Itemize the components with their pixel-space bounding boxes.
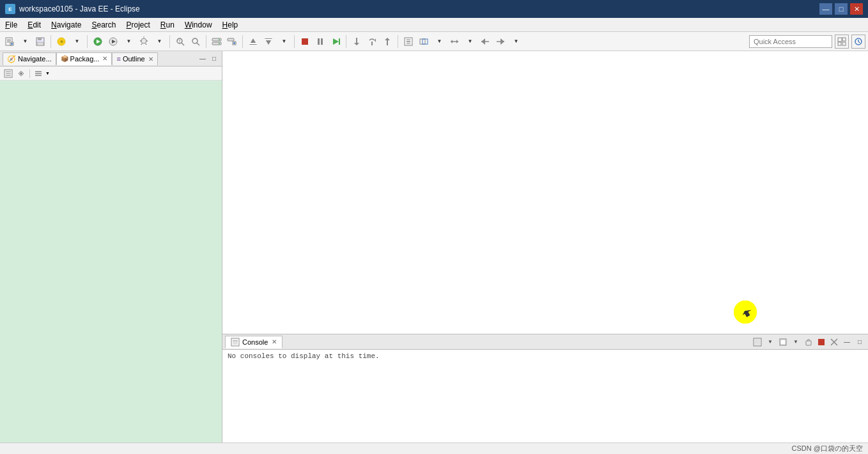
window-title: workspace0105 - Java EE - Eclipse [19,4,140,13]
new-button[interactable] [3,35,17,49]
resume-button[interactable] [329,35,343,49]
save-button[interactable] [33,35,47,49]
pin-console-button[interactable] [777,336,789,348]
terminate-button[interactable] [816,336,827,348]
minimize-button[interactable]: — [819,3,832,15]
svg-rect-89 [806,341,811,345]
editor-area[interactable] [222,51,868,334]
svg-rect-66 [842,38,846,41]
stop-button[interactable] [298,35,312,49]
new-dropdown-button[interactable]: ▼ [18,35,32,49]
open-resource-button[interactable] [189,35,203,49]
package-explorer-content[interactable] [0,81,222,442]
quick-access-input[interactable] [749,35,832,48]
window-controls: — □ ✕ [819,3,863,15]
menu-edit[interactable]: Edit [22,18,46,31]
maximize-console-button[interactable]: □ [854,336,865,348]
svg-marker-47 [354,43,359,45]
new-java-project-dropdown[interactable]: ▼ [70,35,84,49]
maximize-view-button[interactable]: □ [209,54,219,64]
debug-dropdown[interactable]: ▼ [152,35,166,49]
scroll-lock-button[interactable] [803,336,814,348]
toolbar-separator-2 [87,35,88,48]
svg-rect-42 [318,38,320,45]
svg-rect-10 [38,38,42,40]
use-step-into-button[interactable] [350,35,364,49]
server-button[interactable] [210,35,224,49]
view-menu-arrow[interactable]: ▼ [45,71,50,75]
menu-file[interactable]: File [0,18,22,31]
new-java-project-button[interactable]: ☀ [54,35,68,49]
tab-console[interactable]: Console ✕ [225,336,283,348]
close-button[interactable]: ✕ [850,3,863,15]
step-out-button[interactable] [380,35,394,49]
perspective-button[interactable] [835,35,849,49]
svg-rect-45 [339,38,340,45]
svg-rect-67 [838,42,841,45]
minimize-console-button[interactable]: — [841,336,853,348]
link-with-editor-button[interactable] [15,68,27,79]
annotation-dropdown[interactable]: ▼ [277,35,291,49]
svg-point-18 [141,38,146,43]
console-controls: ▼ ▼ [752,336,865,348]
panel-tb-sep-1 [29,69,30,78]
menu-help[interactable]: Help [217,18,244,31]
tab-package-explorer[interactable]: 📦 Packag... ✕ [56,52,112,65]
outline-tab-close[interactable]: ✕ [148,56,153,63]
open-console-dropdown[interactable]: ▼ [764,336,776,348]
navigator-tab-icon: 🧭 [7,55,16,63]
menu-search[interactable]: Search [86,18,121,31]
menu-navigate[interactable]: Navigate [46,18,86,31]
run-dropdown[interactable]: ▼ [121,35,136,49]
forward-dropdown[interactable]: ▼ [509,35,523,49]
cursor-indicator [734,301,757,324]
left-panel: 🧭 Navigate... 📦 Packag... ✕ ≡ Outline ✕ … [0,51,222,442]
collapse-all-button[interactable] [3,68,14,79]
console-tab-close[interactable]: ✕ [272,338,277,345]
step-over-button[interactable] [365,35,379,49]
svg-rect-43 [321,38,323,45]
new-server-button[interactable] [225,35,239,49]
open-console-button[interactable] [752,336,763,348]
debug-button[interactable] [137,35,151,49]
toolbar-btn-a[interactable] [401,35,415,49]
svg-rect-68 [842,42,846,45]
toolbar-separator-4 [206,35,206,48]
svg-line-25 [182,43,184,45]
svg-line-21 [146,43,146,45]
suspend-button[interactable] [313,35,327,49]
right-panel: Console ✕ ▼ [222,51,868,442]
package-tab-close[interactable]: ✕ [102,55,107,62]
remove-launch-button[interactable] [828,336,840,348]
status-text: CSDN @口袋の的天空 [792,444,863,453]
menu-window[interactable]: Window [180,18,217,31]
tab-outline[interactable]: ≡ Outline ✕ [112,52,157,65]
run-config-button[interactable] [106,35,120,49]
maximize-button[interactable]: □ [835,3,848,15]
back-button[interactable] [478,35,492,49]
menu-run[interactable]: Run [155,18,180,31]
nav-dropdown[interactable]: ▼ [463,35,477,49]
prev-annotation-button[interactable] [246,35,260,49]
console-message: No consoles to display at this time. [228,352,380,360]
main-toolbar: ▼ ☀ ▼ ▼ [0,32,868,51]
console-output: No consoles to display at this time. [222,350,868,442]
toolbar-btn-b[interactable] [417,35,431,49]
forward-button[interactable] [493,35,508,49]
toolbar-btn-c[interactable] [447,35,461,49]
next-annotation-button[interactable] [261,35,275,49]
display-selected-button[interactable]: ▼ [790,336,802,348]
svg-marker-60 [451,40,453,43]
svg-text:☀: ☀ [59,39,64,45]
minimize-view-button[interactable]: — [198,54,208,64]
toolbar-separator-7 [346,35,346,48]
toolbar-separator-3 [169,35,170,48]
menu-project[interactable]: Project [121,18,155,31]
run-button[interactable] [91,35,105,49]
open-type-button[interactable]: T [173,35,187,49]
view-menu-button[interactable] [33,68,44,79]
view-dropdown[interactable]: ▼ [432,35,446,49]
open-perspective-button[interactable] [851,35,865,49]
package-tab-label: Packag... [70,55,100,63]
tab-navigator[interactable]: 🧭 Navigate... [3,52,56,65]
